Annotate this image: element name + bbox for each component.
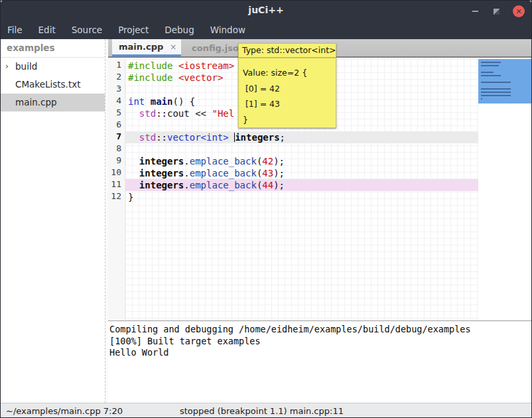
minimize-button[interactable] <box>469 5 481 17</box>
tooltip-value-line: } <box>243 112 332 128</box>
tooltip-value-line: [1] = 43 <box>243 96 332 112</box>
file-tree-sidebar: examples ›buildCMakeLists.txtmain.cpp <box>1 39 105 403</box>
minimap-line-mark <box>481 75 501 76</box>
code-token: vector<int> <box>167 132 229 143</box>
code-token: . <box>184 168 189 178</box>
code-token: <iostream> <box>178 60 234 71</box>
code-token: :: <box>156 132 167 143</box>
code-token: ); <box>273 180 285 190</box>
code-token: ; <box>280 132 285 143</box>
project-name-header: examples <box>1 39 105 58</box>
line-number[interactable]: 7 <box>108 131 125 143</box>
line-number[interactable]: 3 <box>108 83 125 95</box>
code-token <box>128 108 139 119</box>
window-title: juCi++ <box>1 5 531 15</box>
code-token: () { <box>172 96 195 107</box>
code-token: emplace_back <box>190 168 257 178</box>
code-token <box>128 132 139 143</box>
code-token: std <box>139 108 156 119</box>
code-token: integers <box>139 156 184 167</box>
code-token: 43 <box>262 168 273 178</box>
minimap-viewport[interactable] <box>478 59 531 104</box>
code-line[interactable]: integers.emplace_back(43); <box>125 167 478 179</box>
tree-item-label: CMakeLists.txt <box>15 79 81 90</box>
line-number-gutter[interactable]: 123456789101112 <box>108 59 125 320</box>
menu-item-source[interactable]: Source <box>72 25 102 35</box>
minimap-line-mark <box>481 88 511 90</box>
code-token: <vector> <box>178 72 223 83</box>
code-token: integers <box>139 168 184 178</box>
sidebar-item-cmakelists-txt[interactable]: CMakeLists.txt <box>1 76 105 94</box>
code-token: ); <box>273 168 285 178</box>
terminal-output-line: Compiling and debugging /home/eidheim/ex… <box>109 324 532 336</box>
code-token: 42 <box>262 156 273 167</box>
code-token: ); <box>273 156 285 167</box>
terminal-output-line: [100%] Built target examples <box>109 336 532 348</box>
sidebar-item-build[interactable]: ›build <box>1 58 105 76</box>
line-number[interactable]: 8 <box>108 143 125 155</box>
code-token: . <box>184 156 189 167</box>
code-token: . <box>184 180 189 190</box>
debug-value-tooltip: Value: size=2 { [0] = 42 [1] = 43} <box>238 58 336 128</box>
line-number[interactable]: 2 <box>108 71 125 83</box>
minimap-line-mark <box>481 98 482 100</box>
minimap-line-mark <box>481 82 511 83</box>
code-token: integers <box>235 132 279 143</box>
code-token: main <box>151 96 173 107</box>
menu-item-file[interactable]: File <box>7 25 23 35</box>
line-number[interactable]: 4 <box>108 95 125 107</box>
title-bar[interactable]: juCi++ ✕ <box>1 1 531 21</box>
line-number[interactable]: 12 <box>108 190 125 202</box>
line-number[interactable]: 1 <box>108 59 125 71</box>
tab-main-cpp[interactable]: main.cpp× <box>112 39 181 56</box>
status-bar: ~/examples/main.cpp 7:20 stopped (breakp… <box>1 403 531 418</box>
code-line[interactable]: integers.emplace_back(44); <box>125 179 478 191</box>
sidebar-item-main-cpp[interactable]: main.cpp <box>1 94 105 111</box>
code-line[interactable]: } <box>125 191 478 203</box>
code-token: std <box>139 132 156 143</box>
close-button[interactable]: ✕ <box>513 5 525 17</box>
code-token <box>229 132 234 143</box>
tree-item-label: main.cpp <box>15 97 57 107</box>
minimap[interactable] <box>478 59 532 320</box>
tab-label: config.json <box>192 43 245 53</box>
chevron-right-icon[interactable]: › <box>5 58 9 76</box>
code-token <box>128 180 139 190</box>
line-number[interactable]: 9 <box>108 155 125 167</box>
type-tooltip: Type: std::vector<int> <box>238 43 336 58</box>
line-number[interactable]: 10 <box>108 167 125 178</box>
code-token: emplace_back <box>190 156 257 167</box>
code-line[interactable] <box>125 143 478 155</box>
code-token: int <box>128 96 145 107</box>
line-number[interactable]: 6 <box>108 119 125 131</box>
code-line[interactable]: integers.emplace_back(42); <box>125 155 478 167</box>
code-token: } <box>128 192 133 202</box>
menu-item-project[interactable]: Project <box>118 25 149 35</box>
code-token: #include <box>128 72 172 83</box>
menu-item-window[interactable]: Window <box>210 25 245 35</box>
minimap-line-mark <box>481 72 494 73</box>
build-output-panel[interactable]: Compiling and debugging /home/eidheim/ex… <box>108 320 532 403</box>
maximize-icon <box>494 9 499 15</box>
code-line[interactable]: std::vector<int> integers; <box>125 131 478 143</box>
code-token <box>172 72 178 83</box>
code-token <box>128 156 139 167</box>
tooltip-value-line: Value: size=2 { <box>243 65 332 81</box>
line-number[interactable]: 5 <box>108 107 125 119</box>
minimap-line-mark <box>481 62 501 63</box>
minimap-line-mark <box>481 65 499 66</box>
line-number[interactable]: 11 <box>108 178 125 190</box>
tab-close-icon[interactable]: × <box>170 42 176 52</box>
code-token: ::cout << <box>156 108 212 119</box>
code-token <box>172 60 178 71</box>
menu-item-edit[interactable]: Edit <box>38 25 56 35</box>
menu-item-debug[interactable]: Debug <box>165 25 194 35</box>
app-window: juCi++ ✕ FileEditSourceProjectDebugWindo… <box>0 0 532 418</box>
tree-item-label: build <box>15 61 37 72</box>
maximize-button[interactable] <box>490 5 502 17</box>
terminal-output-line: Hello World <box>109 347 532 359</box>
code-token: integers <box>139 180 184 190</box>
file-tree: ›buildCMakeLists.txtmain.cpp <box>1 58 105 111</box>
status-file-position: ~/examples/main.cpp 7:20 <box>6 406 123 416</box>
code-token <box>128 168 139 178</box>
